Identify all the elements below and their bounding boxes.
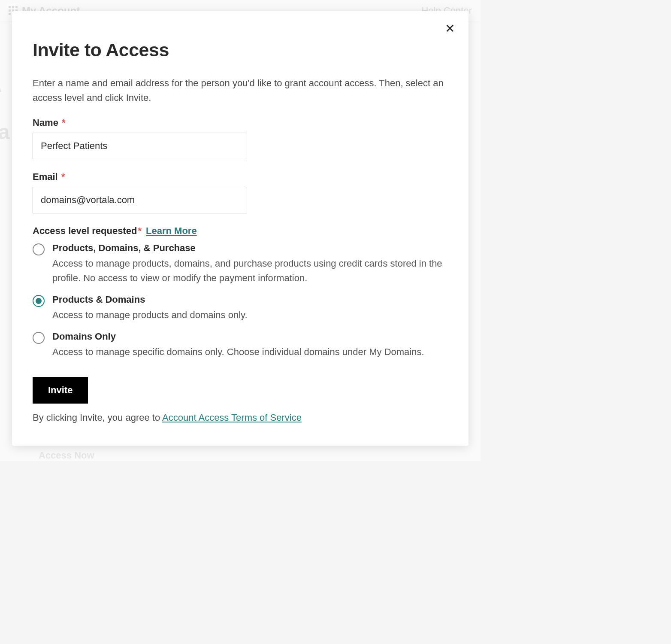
radio-button[interactable]: [33, 332, 45, 344]
radio-description: Access to manage products, domains, and …: [52, 256, 448, 286]
email-input[interactable]: [33, 187, 247, 213]
access-level-label-row: Access level requested* Learn More: [33, 225, 448, 237]
email-label-text: Email: [33, 171, 58, 182]
radio-option-products-domains-purchase[interactable]: Products, Domains, & Purchase Access to …: [33, 243, 448, 286]
invite-button[interactable]: Invite: [33, 377, 88, 404]
radio-title: Products & Domains: [52, 294, 448, 305]
modal-description: Enter a name and email address for the p…: [33, 76, 448, 105]
close-icon: ✕: [445, 21, 455, 36]
name-field-group: Name *: [33, 117, 448, 159]
access-level-radio-group: Products, Domains, & Purchase Access to …: [33, 243, 448, 359]
radio-content: Products, Domains, & Purchase Access to …: [52, 243, 448, 286]
radio-content: Products & Domains Access to manage prod…: [52, 294, 448, 322]
name-input[interactable]: [33, 133, 247, 159]
radio-title: Domains Only: [52, 331, 448, 342]
close-button[interactable]: ✕: [442, 21, 457, 36]
access-level-label: Access level requested: [33, 225, 137, 236]
required-asterisk: *: [62, 117, 66, 128]
required-asterisk: *: [61, 171, 65, 182]
radio-description: Access to manage products and domains on…: [52, 308, 448, 322]
terms-link[interactable]: Account Access Terms of Service: [162, 412, 302, 423]
radio-option-products-domains[interactable]: Products & Domains Access to manage prod…: [33, 294, 448, 322]
email-field-group: Email *: [33, 171, 448, 213]
invite-modal: ✕ Invite to Access Enter a name and emai…: [12, 11, 468, 446]
name-label-text: Name: [33, 117, 58, 128]
terms-text: By clicking Invite, you agree to Account…: [33, 412, 448, 423]
terms-prefix: By clicking Invite, you agree to: [33, 412, 162, 423]
radio-title: Products, Domains, & Purchase: [52, 243, 448, 254]
name-label: Name *: [33, 117, 448, 128]
radio-description: Access to manage specific domains only. …: [52, 345, 448, 359]
radio-content: Domains Only Access to manage specific d…: [52, 331, 448, 359]
radio-button[interactable]: [33, 243, 45, 255]
modal-title: Invite to Access: [33, 39, 448, 61]
radio-button[interactable]: [33, 295, 45, 307]
learn-more-link[interactable]: Learn More: [146, 225, 197, 236]
radio-option-domains-only[interactable]: Domains Only Access to manage specific d…: [33, 331, 448, 359]
email-label: Email *: [33, 171, 448, 182]
required-asterisk: *: [138, 225, 142, 236]
